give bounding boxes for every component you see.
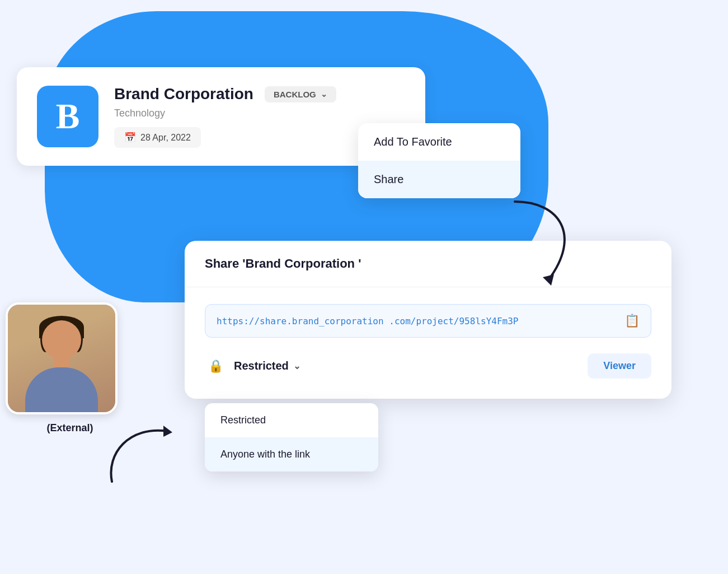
calendar-icon: 📅 xyxy=(124,132,136,143)
access-options-dropdown: Restricted Anyone with the link xyxy=(205,403,378,472)
access-dropdown[interactable]: Restricted ⌄ xyxy=(234,360,300,372)
person-neck xyxy=(54,357,69,368)
brand-logo: B xyxy=(37,86,98,147)
person-head xyxy=(42,320,81,360)
arrow-from-external xyxy=(95,409,185,487)
share-url-text: https://share.brand_corporation .com/pro… xyxy=(217,316,618,326)
share-dialog: Share 'Brand Corporation ' https://share… xyxy=(185,241,671,399)
backlog-label: BACKLOG xyxy=(274,90,316,99)
date-badge: 📅 28 Apr, 2022 xyxy=(114,127,201,148)
context-menu: Add To Favorite Share xyxy=(358,123,520,198)
date-label: 28 Apr, 2022 xyxy=(140,133,191,143)
anyone-with-link-option[interactable]: Anyone with the link xyxy=(205,437,378,472)
share-access-row: 🔒 Restricted ⌄ Viewer xyxy=(205,353,651,379)
share-dialog-title: Share 'Brand Corporation ' xyxy=(185,241,671,287)
external-user-photo xyxy=(6,302,118,414)
svg-marker-1 xyxy=(163,426,172,437)
person-body xyxy=(25,367,98,412)
backlog-badge[interactable]: BACKLOG ⌄ xyxy=(265,86,336,102)
share-dialog-body: https://share.brand_corporation .com/pro… xyxy=(185,287,671,399)
brand-logo-letter: B xyxy=(56,96,80,137)
add-to-favorite-menu-item[interactable]: Add To Favorite xyxy=(358,123,520,161)
copy-icon[interactable]: 📋 xyxy=(624,314,640,328)
share-url-row: https://share.brand_corporation .com/pro… xyxy=(205,304,651,338)
brand-name: Brand Corporation xyxy=(114,85,253,103)
restricted-option[interactable]: Restricted xyxy=(205,403,378,437)
person-silhouette xyxy=(8,305,115,412)
arrow-to-share xyxy=(481,190,593,291)
access-label: Restricted xyxy=(234,360,289,372)
brand-title-row: Brand Corporation BACKLOG ⌄ xyxy=(114,85,405,103)
chevron-down-icon: ⌄ xyxy=(321,90,327,99)
lock-icon: 🔒 xyxy=(205,356,226,377)
viewer-button[interactable]: Viewer xyxy=(588,353,651,379)
svg-marker-0 xyxy=(543,274,554,286)
access-left: 🔒 Restricted ⌄ xyxy=(205,356,300,377)
brand-category: Technology xyxy=(114,108,405,119)
chevron-down-icon: ⌄ xyxy=(293,361,300,371)
